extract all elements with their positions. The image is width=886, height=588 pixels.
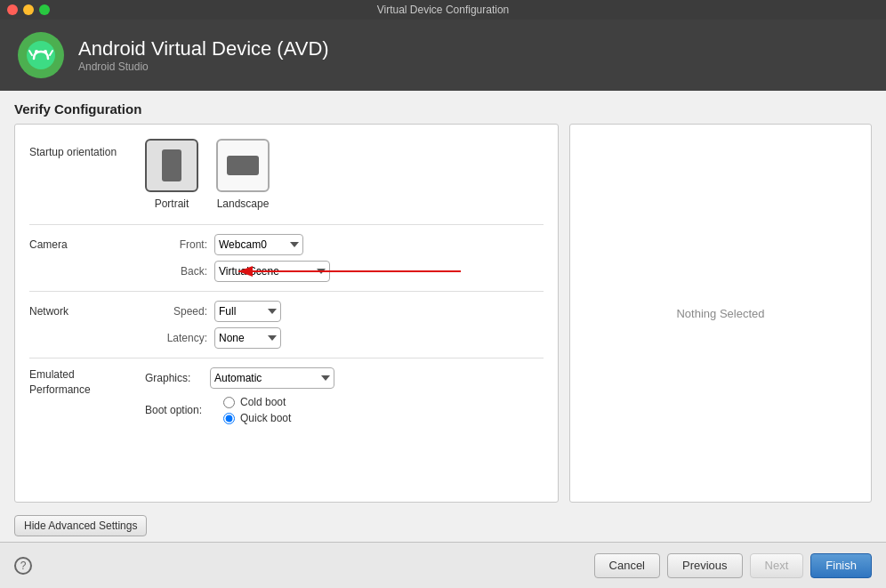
cold-boot-radio[interactable] <box>223 397 235 408</box>
boot-radio-group: Cold boot Quick boot <box>223 396 291 424</box>
cancel-button[interactable]: Cancel <box>594 553 660 578</box>
quick-boot-row: Quick boot <box>223 412 291 424</box>
network-speed-label: Speed: <box>145 305 207 318</box>
boot-option-row: Boot option: Cold boot Quick boot <box>145 396 334 424</box>
portrait-option[interactable]: Portrait <box>145 139 198 210</box>
emulated-inner: Emulated Performance Graphics: Automatic… <box>29 367 544 424</box>
hide-advanced-settings-button[interactable]: Hide Advanced Settings <box>14 515 147 536</box>
camera-back-row: Back: VirtualScene Emulated None <box>29 261 544 282</box>
app-header: Android Virtual Device (AVD) Android Stu… <box>0 20 886 91</box>
portrait-icon[interactable] <box>145 139 198 192</box>
previous-button[interactable]: Previous <box>667 553 743 578</box>
svg-point-2 <box>44 50 47 53</box>
app-subtitle: Android Studio <box>78 60 329 73</box>
minimize-button[interactable] <box>23 4 34 15</box>
red-arrow-annotation <box>234 262 465 280</box>
two-column-layout: Startup orientation Portrait Landscape <box>0 124 886 510</box>
landscape-label: Landscape <box>217 197 270 210</box>
next-button[interactable]: Next <box>750 553 804 578</box>
portrait-shape <box>162 149 181 181</box>
camera-section: Camera Front: Webcam0 Emulated None Back… <box>29 234 544 282</box>
cold-boot-row: Cold boot <box>223 396 291 408</box>
footer-right: Cancel Previous Next Finish <box>594 553 872 578</box>
graphics-select[interactable]: Automatic Software Hardware <box>210 367 334 389</box>
network-latency-select[interactable]: None GPRS EDGE <box>214 327 281 349</box>
network-speed-row: Network Speed: Full GPRS HSCSD <box>29 301 544 322</box>
camera-front-label: Front: <box>145 238 207 251</box>
orientation-label: Startup orientation <box>29 139 145 158</box>
camera-front-select[interactable]: Webcam0 Emulated None <box>214 234 303 255</box>
boot-option-label: Boot option: <box>145 404 216 416</box>
svg-point-0 <box>27 41 55 69</box>
quick-boot-label[interactable]: Quick boot <box>240 412 291 424</box>
close-button[interactable] <box>7 4 18 15</box>
window-controls <box>7 4 50 15</box>
advanced-settings-bar: Hide Advanced Settings <box>0 510 886 542</box>
network-latency-row: Latency: None GPRS EDGE <box>29 327 544 349</box>
main-content: Verify Configuration Startup orientation… <box>0 91 886 542</box>
graphics-label: Graphics: <box>145 372 203 384</box>
divider-1 <box>29 224 544 225</box>
app-name: Android Virtual Device (AVD) <box>78 37 329 60</box>
window-title: Virtual Device Configuration <box>377 4 510 16</box>
page-title: Verify Configuration <box>14 101 872 117</box>
startup-orientation-section: Startup orientation Portrait Landscape <box>29 139 544 210</box>
landscape-shape <box>227 156 259 175</box>
page-title-bar: Verify Configuration <box>0 91 886 124</box>
footer-left: ? <box>14 557 32 575</box>
network-speed-select[interactable]: Full GPRS HSCSD <box>214 301 281 322</box>
divider-2 <box>29 291 544 292</box>
finish-button[interactable]: Finish <box>810 553 872 578</box>
camera-back-label: Back: <box>145 265 207 278</box>
maximize-button[interactable] <box>39 4 50 15</box>
emulated-label: Emulated Performance <box>29 367 145 398</box>
network-section: Network Speed: Full GPRS HSCSD Latency: … <box>29 301 544 349</box>
portrait-label: Portrait <box>155 197 189 210</box>
camera-front-row: Camera Front: Webcam0 Emulated None <box>29 234 544 255</box>
emulated-controls: Graphics: Automatic Software Hardware Bo… <box>145 367 334 424</box>
graphics-row: Graphics: Automatic Software Hardware <box>145 367 334 389</box>
landscape-option[interactable]: Landscape <box>216 139 270 210</box>
landscape-icon[interactable] <box>216 139 270 192</box>
right-panel: Nothing Selected <box>569 124 872 503</box>
cold-boot-label[interactable]: Cold boot <box>240 396 286 408</box>
network-label: Network <box>29 305 145 318</box>
orientation-options: Portrait Landscape <box>145 139 270 210</box>
app-logo <box>18 32 64 78</box>
footer: ? Cancel Previous Next Finish <box>0 542 886 588</box>
help-button[interactable]: ? <box>14 557 32 575</box>
header-text: Android Virtual Device (AVD) Android Stu… <box>78 37 329 73</box>
emulated-performance-section: Emulated Performance Graphics: Automatic… <box>29 367 544 424</box>
divider-3 <box>29 358 544 358</box>
nothing-selected-text: Nothing Selected <box>676 307 764 320</box>
android-studio-icon <box>25 39 57 71</box>
left-panel: Startup orientation Portrait Landscape <box>14 124 559 503</box>
svg-point-1 <box>35 50 38 53</box>
camera-label: Camera <box>29 238 145 251</box>
quick-boot-radio[interactable] <box>223 413 235 424</box>
network-latency-label: Latency: <box>145 332 207 344</box>
title-bar: Virtual Device Configuration <box>0 0 886 20</box>
